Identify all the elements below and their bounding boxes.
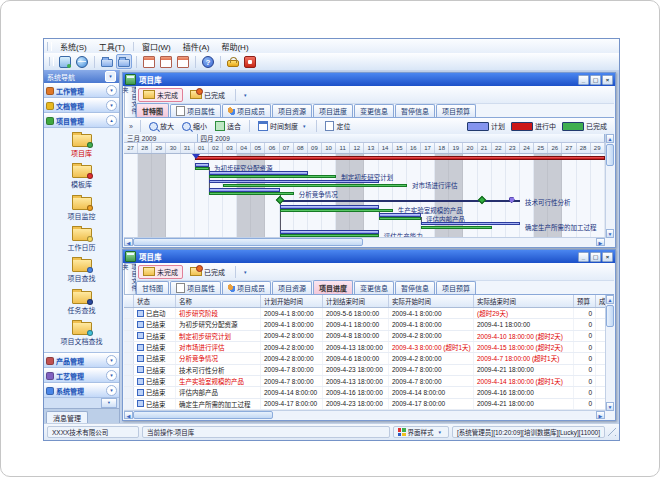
scroll-right-arrow[interactable]: ▶ [596,411,605,419]
filter-complete-button[interactable]: 已完成 [185,265,230,279]
chevron-down-icon[interactable]: ▾ [106,370,117,381]
zoom-in-button[interactable]: 放大 [146,121,177,131]
gantt-actual-bar[interactable] [421,226,492,229]
gantt-vertical-scrollbar[interactable]: ▲ ▼ [605,134,614,238]
sidebar-item-5[interactable]: 任务查找 [68,291,96,315]
gantt-actual-bar[interactable] [379,217,421,220]
column-header-3[interactable]: 计划结束时间 [323,295,389,307]
message-3-button[interactable] [175,54,191,70]
gantt-actual-bar[interactable] [280,209,393,212]
computer-button[interactable] [57,54,73,70]
chevron-down-icon[interactable]: ▾ [106,85,117,96]
table-row[interactable]: 已结束制定初步研究计划2009-4-2 8:00:002009-4-8 18:0… [124,331,605,342]
more-tools-chevron[interactable]: » [127,123,135,130]
column-header-2[interactable]: 计划开始时间 [261,295,323,307]
filter-overflow-dropdown[interactable]: ▾ [241,92,250,98]
sidebar-overflow-button[interactable]: ▾ [101,398,117,408]
fit-button[interactable]: 适合 [212,121,244,131]
table-row[interactable]: 已结束确定生产所需的加工过程2009-4-17 8:00:002009-4-23… [124,399,605,410]
gantt-actual-bar[interactable] [223,184,407,187]
table-panel-titlebar[interactable]: 项目库 _ ▢ × [123,250,615,263]
filter-overflow-dropdown[interactable]: ▾ [241,269,250,275]
column-header-4[interactable]: 实际开始时间 [389,295,474,307]
message-2-button[interactable] [158,54,174,70]
menu-item-2[interactable]: 工具(T) [93,41,131,52]
table-tab-4[interactable]: 项目进度 [313,280,353,294]
menu-item-4[interactable]: 插件(A) [177,41,216,52]
chevron-down-icon[interactable]: ▾ [106,100,117,111]
help-button[interactable] [200,54,216,70]
gantt-tab-4[interactable]: 项目进度 [313,104,353,117]
sidebar-group-2[interactable]: 项目管理▴ [44,113,119,128]
filter-complete-button[interactable]: 已完成 [185,88,230,102]
interface-style-button[interactable]: 界面样式 ▾ [393,426,450,438]
table-row[interactable]: 已结束对市场进行评估2009-4-2 8:00:002009-4-13 18:0… [124,342,605,353]
close-button[interactable]: × [602,252,613,262]
table-vertical-scrollbar[interactable]: ▲ ▼ [605,295,614,411]
exit-button[interactable] [242,54,258,70]
globe-button[interactable] [74,54,90,70]
sidebar-item-3[interactable]: 工作日历 [68,228,96,252]
column-header-5[interactable]: 实际结束时间 [474,295,574,307]
sidebar-item-4[interactable]: 项目查找 [68,259,96,283]
chevron-down-icon[interactable]: ▾ [106,355,117,366]
table-row[interactable]: 已结束为初步研究分配资源2009-4-1 8:00:002009-4-1 18:… [124,319,605,330]
scroll-thumb[interactable] [606,305,614,327]
gantt-tab-1[interactable]: 项目属性 [170,104,221,117]
message-management-tab[interactable]: 消息管理 [46,411,88,423]
sidebar-group-4[interactable]: 工艺管理▾ [44,368,119,383]
table-tab-3[interactable]: 项目资源 [272,281,312,294]
table-tab-1[interactable]: 项目属性 [170,281,221,294]
gantt-tab-7[interactable]: 项目预算 [436,104,476,117]
table-horizontal-scrollbar[interactable]: ◀ ▶ [124,410,605,419]
scroll-right-arrow[interactable]: ▶ [596,238,605,246]
gantt-chart-body[interactable]: 为初步研究分配资源制定初步研究计划对市场进行评估分析竞争情况技术可行性分析生产实… [124,154,605,238]
gantt-actual-bar[interactable] [195,167,209,170]
folder-closed-button[interactable] [99,54,115,69]
column-header-6[interactable]: 预算 [574,295,596,307]
gantt-horizontal-scrollbar[interactable]: ◀ ▶ [124,237,605,246]
gantt-inprogress-bar[interactable] [195,156,605,160]
close-button[interactable]: × [602,75,613,85]
scroll-left-arrow[interactable]: ◀ [124,238,133,246]
menu-item-1[interactable]: 系统(S) [54,41,93,52]
gantt-tab-5[interactable]: 变更信息 [354,104,394,117]
maximize-button[interactable]: ▢ [590,75,601,85]
table-tab-6[interactable]: 暂停信息 [395,281,435,294]
table-row[interactable]: 已结束技术可行性分析2009-4-7 8:00:002009-4-23 18:0… [124,365,605,376]
scroll-down-arrow[interactable]: ▼ [606,229,614,238]
gantt-actual-bar[interactable] [209,192,294,195]
sidebar-group-3[interactable]: 产品管理▾ [44,353,119,368]
lock-button[interactable] [225,54,241,69]
sidebar-item-6[interactable]: 项目文档查找 [61,322,103,346]
scroll-up-arrow[interactable]: ▲ [606,134,614,143]
column-header-1[interactable]: 名称 [176,295,261,307]
table-row[interactable]: 已启动初步研究阶段2009-4-1 8:00:002009-5-6 18:00:… [124,308,605,319]
sidebar-group-0[interactable]: 工作管理▾ [44,83,119,98]
column-header-0[interactable]: 状态 [134,295,176,307]
time-scale-dropdown[interactable]: 时间刻度▾ [255,121,312,131]
gantt-actual-bar[interactable] [209,175,336,178]
table-row[interactable]: 已结束评估内部产品2009-4-14 8:00:002009-4-16 18:0… [124,387,605,398]
resize-grip[interactable] [608,428,616,436]
table-tab-2[interactable]: 项目成员 [222,281,271,294]
sidebar-item-1[interactable]: 模板库 [71,165,92,189]
gantt-tab-3[interactable]: 项目资源 [272,104,312,117]
menu-item-3[interactable]: 窗口(W) [136,41,177,52]
sidebar-item-2[interactable]: 项目监控 [68,197,96,221]
table-tab-5[interactable]: 变更信息 [354,281,394,294]
gantt-tab-2[interactable]: 项目成员 [222,104,271,117]
minimize-button[interactable]: _ [578,252,589,262]
zoom-out-button[interactable]: 缩小 [179,121,210,131]
maximize-button[interactable]: ▢ [590,252,601,262]
table-tab-0[interactable]: 甘特图 [136,281,169,294]
gantt-tab-6[interactable]: 暂停信息 [395,104,435,117]
folder-open-button[interactable] [116,54,132,69]
minimize-button[interactable]: _ [578,75,589,85]
filter-incomplete-button[interactable]: 未完成 [138,265,183,279]
scroll-thumb[interactable] [133,238,363,246]
chevron-down-icon[interactable]: ▾ [106,385,117,396]
scroll-down-arrow[interactable]: ▼ [606,402,614,411]
filter-incomplete-button[interactable]: 未完成 [138,88,183,102]
sidebar-group-1[interactable]: 文档管理▾ [44,98,119,113]
